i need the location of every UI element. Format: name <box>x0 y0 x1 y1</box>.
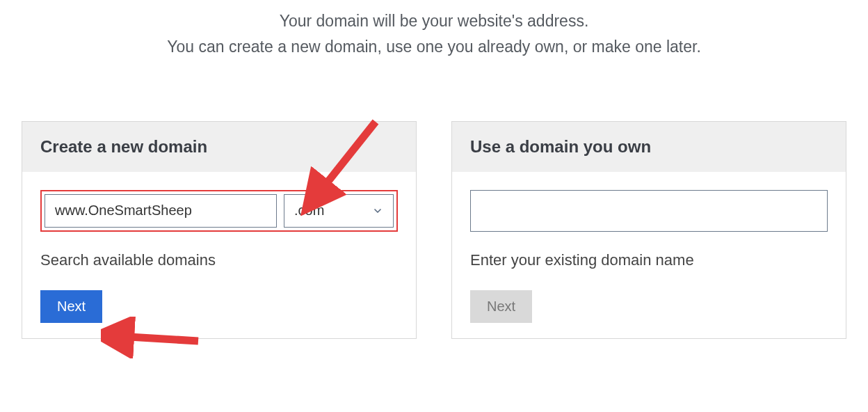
page-header: Your domain will be your website's addre… <box>0 8 868 60</box>
create-card-title: Create a new domain <box>40 137 398 157</box>
create-card-body: .com Search available domains Next <box>22 172 416 338</box>
existing-card-body: Enter your existing domain name Next <box>452 172 846 338</box>
existing-hint-text: Enter your existing domain name <box>470 251 828 269</box>
create-card-header: Create a new domain <box>22 122 416 172</box>
existing-domain-input[interactable] <box>470 190 828 232</box>
create-domain-card: Create a new domain .com Search availabl… <box>22 121 417 339</box>
cards-row: Create a new domain .com Search availabl… <box>0 121 868 339</box>
chevron-down-icon <box>372 205 383 216</box>
existing-domain-card: Use a domain you own Enter your existing… <box>451 121 846 339</box>
annotation-highlight: .com <box>40 190 398 232</box>
header-line-1: Your domain will be your website's addre… <box>0 8 868 34</box>
create-input-row: .com <box>40 190 398 232</box>
new-domain-input[interactable] <box>45 194 277 228</box>
tld-dropdown[interactable]: .com <box>284 194 394 228</box>
create-hint-text: Search available domains <box>40 251 398 269</box>
existing-card-header: Use a domain you own <box>452 122 846 172</box>
create-next-button[interactable]: Next <box>40 290 102 323</box>
header-line-2: You can create a new domain, use one you… <box>0 34 868 60</box>
tld-selected-value: .com <box>294 203 324 219</box>
existing-next-button[interactable]: Next <box>470 290 532 323</box>
existing-card-title: Use a domain you own <box>470 137 828 157</box>
